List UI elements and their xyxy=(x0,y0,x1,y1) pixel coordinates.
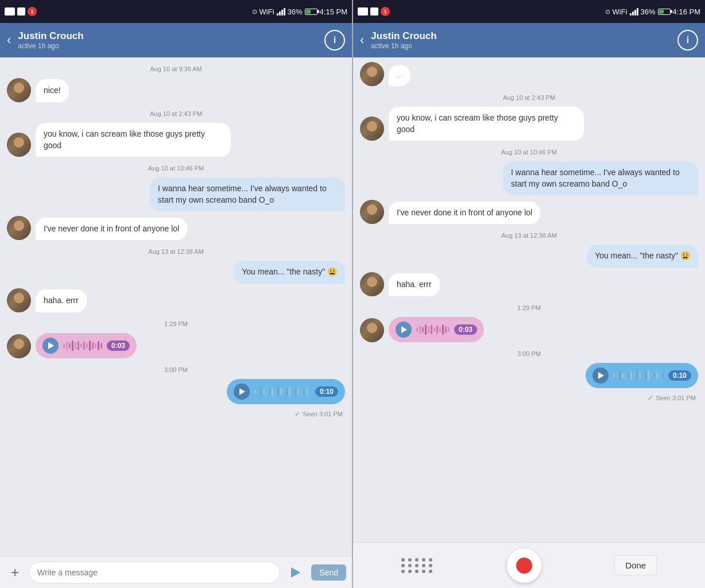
record-circle xyxy=(516,558,532,574)
send-button[interactable]: Send xyxy=(311,564,346,581)
play-button[interactable] xyxy=(42,338,59,354)
message-row-outgoing: You mean... "the nasty" 😩 xyxy=(7,261,345,284)
chat-header-left: ‹ Justin Crouch active 1h ago i xyxy=(0,23,352,57)
message-bubble: haha. errr xyxy=(389,273,440,296)
messages-area-right: ... Aug 10 at 2:43 PM you know, i can sc… xyxy=(353,57,705,542)
dot xyxy=(415,558,419,562)
message-bubble: ... xyxy=(389,65,410,86)
dot xyxy=(422,564,425,567)
header-info-left: Justin Crouch active 1h ago xyxy=(18,30,324,50)
contact-status-left: active 1h ago xyxy=(18,42,324,50)
voice-message-row: 0:03 xyxy=(360,317,698,342)
avatar xyxy=(7,288,31,312)
voice-duration: 0:10 xyxy=(315,386,338,397)
battery-percent: 36% xyxy=(288,7,303,16)
dot xyxy=(429,558,432,562)
status-bar-right: 1 ⊙ WiFi 36% 4:16 PM xyxy=(353,0,705,23)
waveform xyxy=(613,370,664,381)
contact-status-right: active 1h ago xyxy=(371,42,677,50)
timestamp-divider: Aug 10 at 10:46 PM xyxy=(7,165,345,172)
dot xyxy=(408,558,412,562)
time-display-left: 4:15 PM xyxy=(320,7,347,16)
voice-bubble-outgoing: 0:10 xyxy=(227,379,345,404)
message-bubble-outgoing: I wanna hear sometime... I've always wan… xyxy=(503,161,698,195)
mail-icon xyxy=(17,7,25,16)
voice-message-row: 0:03 xyxy=(7,333,345,358)
timestamp-divider: 1:29 PM xyxy=(360,304,698,311)
voice-duration: 0:03 xyxy=(454,324,477,335)
done-button[interactable]: Done xyxy=(614,555,657,575)
info-button-right[interactable]: i xyxy=(677,30,698,51)
send-icon[interactable] xyxy=(285,562,307,583)
message-bubble: nice! xyxy=(36,79,69,102)
avatar xyxy=(360,62,384,86)
wifi-icon: WiFi xyxy=(259,7,274,16)
time-display-right: 4:16 PM xyxy=(673,7,700,16)
dot xyxy=(401,558,405,562)
info-button-left[interactable]: i xyxy=(324,30,345,51)
dot xyxy=(408,564,412,567)
status-left-icons: 1 xyxy=(5,7,37,16)
message-row: I've never done it in front of anyone lo… xyxy=(7,216,345,240)
avatar xyxy=(7,334,31,358)
dot xyxy=(401,570,405,573)
message-row: haha. errr xyxy=(360,272,698,296)
record-button[interactable] xyxy=(507,548,541,583)
message-row: haha. errr xyxy=(7,288,345,312)
timestamp-divider: Aug 10 at 2:43 PM xyxy=(7,110,345,117)
status-bar-left: 1 ⊙ WiFi 36% 4:15 PM xyxy=(0,0,352,23)
avatar xyxy=(7,133,31,157)
input-area-left: + Send xyxy=(0,556,352,588)
dot xyxy=(415,570,419,573)
play-button[interactable] xyxy=(592,368,609,384)
clock-icon: ⊙ xyxy=(252,8,257,16)
seen-indicator: ✓ Seen 3:01 PM xyxy=(7,410,345,418)
signal-icon xyxy=(277,7,285,16)
voice-duration: 0:03 xyxy=(107,341,130,351)
timestamp-divider: Aug 13 at 12:38 AM xyxy=(360,232,698,239)
message-row-outgoing: You mean... "the nasty" 😩 xyxy=(360,245,698,268)
message-bubble: you know, i can scream like those guys p… xyxy=(36,123,231,157)
status-right-info-right: ⊙ WiFi 36% 4:16 PM xyxy=(605,7,700,16)
contact-name-left: Justin Crouch xyxy=(18,30,324,42)
avatar xyxy=(7,216,31,240)
waveform xyxy=(63,340,102,351)
timestamp-divider: Aug 10 at 2:43 PM xyxy=(360,94,698,101)
avatar xyxy=(360,200,384,224)
avatar xyxy=(360,272,384,296)
clock-icon: ⊙ xyxy=(605,8,610,16)
message-row: I've never done it in front of anyone lo… xyxy=(360,200,698,224)
contact-name-right: Justin Crouch xyxy=(371,30,677,42)
play-button[interactable] xyxy=(234,384,250,400)
avatar xyxy=(360,117,384,141)
back-button-left[interactable]: ‹ xyxy=(7,33,11,48)
message-bubble-outgoing: You mean... "the nasty" 😩 xyxy=(234,261,345,284)
message-row: nice! xyxy=(7,78,345,102)
voice-bubble-outgoing: 0:10 xyxy=(586,363,698,388)
dots-grid xyxy=(401,558,433,573)
status-right-info: ⊙ WiFi 36% 4:15 PM xyxy=(252,7,347,16)
waveform xyxy=(254,386,311,397)
seen-text-right: Seen 3:01 PM xyxy=(656,394,696,401)
message-bubble: I've never done it in front of anyone lo… xyxy=(36,218,187,241)
message-input[interactable] xyxy=(29,562,280,583)
message-bubble: haha. errr xyxy=(36,289,87,312)
timestamp-divider: Aug 10 at 10:46 PM xyxy=(360,149,698,156)
dot xyxy=(415,564,419,567)
timestamp-divider: 3:00 PM xyxy=(360,350,698,357)
back-button-right[interactable]: ‹ xyxy=(360,33,364,48)
seen-text: Seen 3:01 PM xyxy=(303,411,343,417)
message-row-outgoing: I wanna hear sometime... I've always wan… xyxy=(7,177,345,211)
header-info-right: Justin Crouch active 1h ago xyxy=(371,30,677,50)
dot xyxy=(401,564,405,567)
battery-icon-right xyxy=(658,9,671,15)
voice-bubble-incoming: 0:03 xyxy=(389,317,484,342)
play-button[interactable] xyxy=(396,322,412,338)
add-button[interactable]: + xyxy=(6,563,24,582)
dot xyxy=(422,570,425,573)
dot xyxy=(408,570,412,573)
timestamp-divider: Aug 13 at 12:38 AM xyxy=(7,248,345,255)
chat-header-right: ‹ Justin Crouch active 1h ago i xyxy=(353,23,705,57)
message-bubble: I've never done it in front of anyone lo… xyxy=(389,202,540,225)
message-bubble-outgoing: I wanna hear sometime... I've always wan… xyxy=(150,177,345,211)
